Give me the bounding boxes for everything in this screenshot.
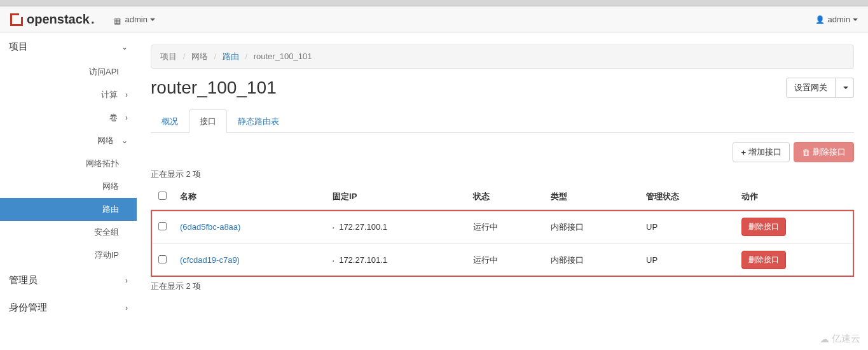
admin-state-value: UP bbox=[640, 210, 735, 244]
interfaces-table: 名称 固定IP 状态 类型 管理状态 动作 (6dad5fbc-a8aa) 17… bbox=[151, 184, 854, 277]
delete-interfaces-label: 删除接口 bbox=[813, 146, 846, 158]
breadcrumb: 项目 / 网络 / 路由 / router_100_101 bbox=[151, 45, 854, 69]
ip-value: 172.27.100.1 bbox=[333, 222, 387, 232]
delete-interfaces-button[interactable]: 🗑删除接口 bbox=[794, 142, 854, 162]
sidebar-item-floatingips[interactable]: 浮动IP bbox=[0, 244, 137, 267]
caret-down-icon bbox=[150, 18, 155, 21]
sidebar-item-access-api[interactable]: 访问API bbox=[0, 60, 137, 83]
tab-static-routes[interactable]: 静态路由表 bbox=[227, 109, 290, 133]
plus-icon: + bbox=[741, 148, 746, 157]
sidebar-volumes-label: 卷 bbox=[109, 112, 118, 123]
sidebar-item-topology[interactable]: 网络拓扑 bbox=[0, 152, 137, 175]
user-icon: 👤 bbox=[815, 15, 825, 24]
set-gateway-button[interactable]: 设置网关 bbox=[786, 78, 836, 98]
admin-state-value: UP bbox=[640, 244, 735, 277]
chevron-right-icon: › bbox=[125, 276, 128, 285]
project-selector-label: admin bbox=[125, 15, 148, 24]
sidebar-admin-label: 管理员 bbox=[9, 274, 38, 286]
sidebar-admin[interactable]: 管理员 › bbox=[0, 267, 137, 294]
sidebar-item-network[interactable]: 网络 ⌄ bbox=[0, 129, 137, 152]
ip-value: 172.27.101.1 bbox=[333, 255, 387, 265]
page-title: router_100_101 bbox=[151, 78, 786, 98]
sidebar-project-label: 项目 bbox=[9, 41, 28, 53]
row-count-bottom: 正在显示 2 项 bbox=[151, 281, 854, 292]
status-value: 运行中 bbox=[467, 210, 545, 244]
trash-icon: 🗑 bbox=[802, 148, 810, 157]
grid-icon bbox=[114, 16, 121, 24]
table-toolbar: +增加接口 🗑删除接口 bbox=[151, 142, 854, 162]
sidebar: 项目 ⌄ 访问API 计算 › 卷 › 网络 ⌄ 网络拓扑 网络 路由 安全组 … bbox=[0, 33, 137, 321]
breadcrumb-routers-link[interactable]: 路由 bbox=[223, 52, 239, 61]
col-actions: 动作 bbox=[735, 184, 854, 210]
col-status[interactable]: 状态 bbox=[467, 184, 545, 210]
chevron-right-icon: › bbox=[125, 90, 128, 99]
chevron-down-icon: ⌄ bbox=[121, 43, 128, 52]
sidebar-compute-label: 计算 bbox=[101, 89, 118, 101]
breadcrumb-network: 网络 bbox=[191, 52, 208, 61]
sidebar-item-routers[interactable]: 路由 bbox=[0, 198, 137, 221]
brand-dot: . bbox=[91, 12, 95, 27]
select-all-checkbox[interactable] bbox=[158, 192, 167, 200]
top-navbar: openstack. admin 👤 admin bbox=[0, 6, 868, 33]
sidebar-item-networks[interactable]: 网络 bbox=[0, 175, 137, 198]
window-chrome-bar bbox=[0, 0, 868, 6]
delete-interface-row-button[interactable]: 删除接口 bbox=[741, 251, 786, 269]
brand[interactable]: openstack. bbox=[10, 12, 95, 27]
tabs: 概况 接口 静态路由表 bbox=[151, 109, 854, 133]
sidebar-identity-label: 身份管理 bbox=[9, 302, 47, 314]
caret-down-icon bbox=[843, 87, 848, 89]
breadcrumb-sep: / bbox=[245, 52, 247, 61]
delete-interface-row-button[interactable]: 删除接口 bbox=[741, 218, 786, 236]
interface-name-link[interactable]: (cfcdad19-c7a9) bbox=[180, 255, 240, 265]
sidebar-item-volumes[interactable]: 卷 › bbox=[0, 106, 137, 129]
col-admin-state[interactable]: 管理状态 bbox=[640, 184, 735, 210]
row-checkbox[interactable] bbox=[158, 255, 167, 263]
breadcrumb-sep: / bbox=[214, 52, 217, 61]
sidebar-item-securitygroups[interactable]: 安全组 bbox=[0, 221, 137, 244]
row-count-top: 正在显示 2 项 bbox=[151, 169, 854, 180]
table-row: (6dad5fbc-a8aa) 172.27.100.1 运行中 内部接口 UP… bbox=[151, 210, 854, 244]
user-menu[interactable]: 👤 admin bbox=[815, 15, 858, 24]
sidebar-identity[interactable]: 身份管理 › bbox=[0, 294, 137, 321]
add-interface-button[interactable]: +增加接口 bbox=[733, 142, 790, 162]
set-gateway-dropdown[interactable] bbox=[836, 78, 854, 98]
sidebar-network-label: 网络 bbox=[97, 135, 114, 146]
breadcrumb-project: 项目 bbox=[160, 52, 177, 61]
project-selector[interactable]: admin bbox=[114, 15, 155, 24]
user-menu-label: admin bbox=[828, 15, 850, 24]
chevron-right-icon: › bbox=[125, 113, 128, 122]
type-value: 内部接口 bbox=[544, 210, 640, 244]
chevron-down-icon: ⌄ bbox=[121, 136, 128, 145]
highlighted-rows: (6dad5fbc-a8aa) 172.27.100.1 运行中 内部接口 UP… bbox=[151, 210, 854, 277]
set-gateway-group: 设置网关 bbox=[786, 78, 854, 98]
status-value: 运行中 bbox=[467, 244, 545, 277]
sidebar-item-compute[interactable]: 计算 › bbox=[0, 83, 137, 106]
openstack-logo-icon bbox=[10, 13, 23, 26]
breadcrumb-current: router_100_101 bbox=[254, 52, 312, 61]
type-value: 内部接口 bbox=[544, 244, 640, 277]
col-name[interactable]: 名称 bbox=[174, 184, 326, 210]
interface-name-link[interactable]: (6dad5fbc-a8aa) bbox=[180, 222, 240, 232]
row-checkbox[interactable] bbox=[158, 222, 167, 230]
table-row: (cfcdad19-c7a9) 172.27.101.1 运行中 内部接口 UP… bbox=[151, 244, 854, 277]
brand-text: openstack bbox=[27, 12, 90, 27]
chevron-right-icon: › bbox=[125, 304, 128, 312]
caret-down-icon bbox=[853, 18, 858, 21]
main-content: 项目 / 网络 / 路由 / router_100_101 router_100… bbox=[137, 33, 868, 321]
tab-interfaces[interactable]: 接口 bbox=[189, 109, 227, 133]
col-fixed-ip[interactable]: 固定IP bbox=[326, 184, 467, 210]
add-interface-label: 增加接口 bbox=[748, 146, 782, 158]
col-type[interactable]: 类型 bbox=[544, 184, 640, 210]
sidebar-project[interactable]: 项目 ⌄ bbox=[0, 33, 137, 60]
tab-overview[interactable]: 概况 bbox=[151, 109, 189, 133]
breadcrumb-sep: / bbox=[183, 52, 186, 61]
